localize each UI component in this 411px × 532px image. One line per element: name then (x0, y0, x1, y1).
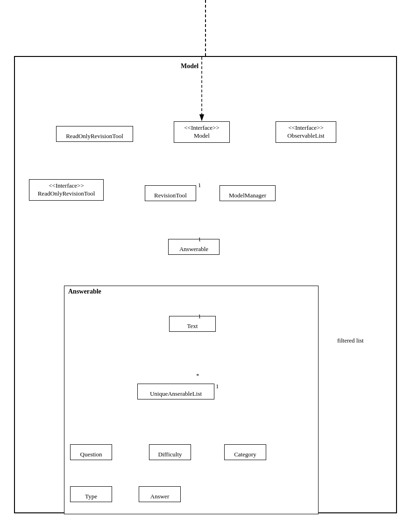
interface-model-stereotype: <<Interface>> (184, 124, 220, 132)
diagram-container: Model ReadOnlyRevisionTool <<Interface>>… (14, 56, 397, 513)
type-box: Type (70, 486, 112, 502)
label-filtered-list: filtered list (337, 337, 364, 344)
interface-observable-box: <<Interface>> ObservableList (276, 121, 336, 143)
revision-tool-box: RevisionTool (145, 185, 196, 201)
interface-readonly-name: ReadOnlyRevisionTool (38, 190, 95, 198)
interface-model-name: Model (194, 132, 210, 140)
label-star: * (196, 372, 199, 379)
answerable-package-label: Answerable (64, 286, 318, 297)
interface-model-box: <<Interface>> Model (174, 121, 230, 143)
model-manager-box: ModelManager (220, 185, 276, 201)
label-1-answerable: 1 (198, 236, 201, 243)
question-box: Question (70, 444, 112, 460)
unique-answerable-list-box: UniqueAnserableList (137, 384, 214, 399)
model-title: Model (181, 63, 198, 70)
interface-readonly-stereotype: <<Interface>> (49, 182, 84, 190)
label-1-revision: 1 (198, 182, 201, 189)
text-box: Text (169, 316, 216, 332)
interface-readonly-box: <<Interface>> ReadOnlyRevisionTool (29, 179, 104, 201)
interface-observable-stereotype: <<Interface>> (288, 124, 324, 132)
label-1-text: 1 (198, 313, 201, 320)
interface-observable-name: ObservableList (287, 132, 324, 140)
label-1-unique: 1 (216, 383, 219, 390)
difficulty-box: Difficulty (149, 444, 191, 460)
category-box: Category (224, 444, 266, 460)
answerable-outer-box: Answerable (168, 239, 220, 255)
answer-box: Answer (139, 486, 181, 502)
readonly-revision-tool-box: ReadOnlyRevisionTool (56, 126, 133, 142)
